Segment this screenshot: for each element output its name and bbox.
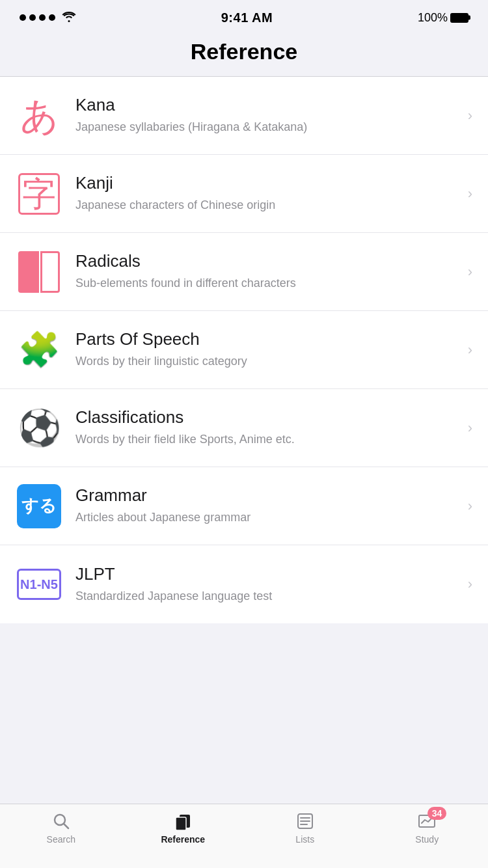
radical-left bbox=[18, 251, 39, 293]
tab-search[interactable]: Search bbox=[0, 811, 122, 845]
study-badge: 34 bbox=[427, 807, 447, 820]
kanji-subtitle: Japanese characters of Chinese origin bbox=[75, 197, 463, 213]
kana-icon: あ bbox=[20, 97, 59, 135]
soccer-icon: ⚽ bbox=[18, 407, 61, 448]
list-item-kanji[interactable]: 字 Kanji Japanese characters of Chinese o… bbox=[0, 155, 488, 233]
kanji-icon-wrap: 字 bbox=[16, 170, 62, 217]
nav-header: Reference bbox=[0, 33, 488, 77]
wifi-icon bbox=[62, 10, 76, 25]
status-time: 9:41 AM bbox=[221, 10, 273, 25]
puzzle-icon: 🧩 bbox=[18, 330, 61, 370]
tab-study[interactable]: 34 Study bbox=[366, 811, 489, 845]
battery-text: 100% bbox=[418, 11, 448, 25]
main-content: あ Kana Japanese syllabaries (Hiragana & … bbox=[0, 77, 488, 688]
reference-tab-icon bbox=[172, 811, 193, 832]
classifications-text: Classifications Words by their field lik… bbox=[75, 407, 463, 448]
kanji-icon: 字 bbox=[18, 173, 60, 215]
page-title: Reference bbox=[0, 39, 488, 64]
signal-dot-3 bbox=[39, 14, 46, 21]
svg-rect-3 bbox=[176, 817, 186, 830]
radicals-subtitle: Sub-elements found in different characte… bbox=[75, 275, 463, 292]
study-tab-icon: 34 bbox=[416, 811, 437, 832]
classifications-chevron: › bbox=[468, 420, 472, 437]
kana-text: Kana Japanese syllabaries (Hiragana & Ka… bbox=[75, 95, 463, 135]
signal-dot-2 bbox=[29, 14, 36, 21]
status-left bbox=[20, 10, 76, 25]
parts-of-speech-subtitle: Words by their linguistic category bbox=[75, 353, 463, 370]
classifications-subtitle: Words by their field like Sports, Anime … bbox=[75, 431, 463, 448]
parts-of-speech-chevron: › bbox=[468, 342, 472, 359]
kana-icon-wrap: あ bbox=[16, 92, 62, 139]
parts-of-speech-text: Parts Of Speech Words by their linguisti… bbox=[75, 329, 463, 370]
radicals-icon-wrap bbox=[16, 249, 62, 295]
tab-reference[interactable]: Reference bbox=[122, 811, 245, 845]
battery-icon bbox=[450, 13, 468, 23]
grammar-title: Grammar bbox=[75, 485, 463, 506]
kana-title: Kana bbox=[75, 95, 463, 115]
kanji-title: Kanji bbox=[75, 173, 463, 193]
list-container: あ Kana Japanese syllabaries (Hiragana & … bbox=[0, 77, 488, 623]
tab-bar: Search Reference Lists bbox=[0, 804, 488, 868]
radical-right bbox=[40, 251, 60, 293]
list-item-parts-of-speech[interactable]: 🧩 Parts Of Speech Words by their linguis… bbox=[0, 311, 488, 389]
kanji-chevron: › bbox=[468, 185, 472, 202]
search-tab-label: Search bbox=[47, 834, 75, 845]
lists-tab-label: Lists bbox=[295, 834, 314, 845]
kana-chevron: › bbox=[468, 107, 472, 124]
list-item-grammar[interactable]: する Grammar Articles about Japanese gramm… bbox=[0, 467, 488, 545]
jlpt-title: JLPT bbox=[75, 564, 463, 584]
lists-tab-icon bbox=[295, 811, 316, 832]
grammar-icon-wrap: する bbox=[16, 483, 62, 530]
classifications-title: Classifications bbox=[75, 407, 463, 427]
list-item-radicals[interactable]: Radicals Sub-elements found in different… bbox=[0, 233, 488, 311]
status-bar: 9:41 AM 100% bbox=[0, 0, 488, 33]
radicals-chevron: › bbox=[468, 264, 472, 280]
search-tab-icon bbox=[51, 811, 72, 832]
jlpt-icon: N1-N5 bbox=[17, 569, 61, 600]
reference-tab-label: Reference bbox=[161, 834, 205, 845]
svg-line-1 bbox=[64, 824, 68, 828]
list-item-classifications[interactable]: ⚽ Classifications Words by their field l… bbox=[0, 389, 488, 467]
jlpt-chevron: › bbox=[468, 576, 472, 593]
grammar-text: Grammar Articles about Japanese grammar bbox=[75, 485, 463, 526]
kanji-text: Kanji Japanese characters of Chinese ori… bbox=[75, 173, 463, 213]
study-tab-label: Study bbox=[415, 834, 439, 845]
signal-dot-1 bbox=[20, 14, 26, 21]
classifications-icon-wrap: ⚽ bbox=[16, 405, 62, 452]
signal-dots bbox=[20, 14, 55, 21]
tab-lists[interactable]: Lists bbox=[244, 811, 366, 845]
jlpt-subtitle: Standardized Japanese language test bbox=[75, 588, 463, 604]
list-item-kana[interactable]: あ Kana Japanese syllabaries (Hiragana & … bbox=[0, 77, 488, 155]
parts-of-speech-title: Parts Of Speech bbox=[75, 329, 463, 349]
kana-subtitle: Japanese syllabaries (Hiragana & Katakan… bbox=[75, 119, 463, 135]
radicals-icon bbox=[18, 251, 60, 293]
list-item-jlpt[interactable]: N1-N5 JLPT Standardized Japanese languag… bbox=[0, 545, 488, 623]
battery-container: 100% bbox=[418, 11, 468, 25]
grammar-chevron: › bbox=[468, 498, 472, 515]
grammar-icon: する bbox=[17, 484, 61, 528]
jlpt-icon-wrap: N1-N5 bbox=[16, 561, 62, 608]
grammar-subtitle: Articles about Japanese grammar bbox=[75, 509, 463, 526]
radicals-title: Radicals bbox=[75, 251, 463, 271]
parts-of-speech-icon-wrap: 🧩 bbox=[16, 327, 62, 373]
jlpt-text: JLPT Standardized Japanese language test bbox=[75, 564, 463, 604]
radicals-text: Radicals Sub-elements found in different… bbox=[75, 251, 463, 292]
signal-dot-4 bbox=[49, 14, 55, 21]
